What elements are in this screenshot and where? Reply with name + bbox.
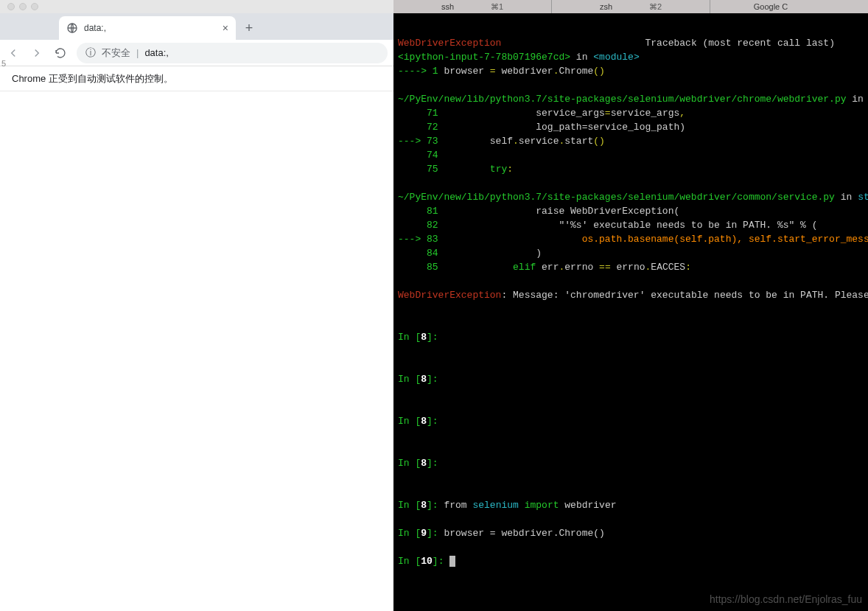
chrome-window: data:, × + ⓘ 不安全 | data:, Chrome 正受到自动测试… <box>0 0 393 611</box>
ipython-prompt: In [8]: <box>398 416 438 427</box>
terminal-body[interactable]: WebDriverException Traceback (most recen… <box>393 13 868 611</box>
ipython-prompt: In [8]: <box>398 374 438 385</box>
traceback-block: WebDriverException Traceback (most recen… <box>398 36 864 568</box>
omnibox-url: data:, <box>144 47 169 58</box>
browser-toolbar: ⓘ 不安全 | data:, <box>0 40 393 66</box>
info-icon[interactable]: ⓘ <box>85 46 96 60</box>
frame-path: ~/PyEnv/new/lib/python3.7/site-packages/… <box>398 94 847 105</box>
ipython-prompt: In [9]: <box>398 528 444 539</box>
terminal-tab-label: ssh <box>441 2 454 11</box>
ruler-mark: 5 <box>1 59 4 68</box>
terminal-tab-google[interactable]: Google C <box>710 0 868 13</box>
terminal-cursor <box>449 556 455 567</box>
tab-strip: data:, × + <box>0 13 393 40</box>
mac-titlebar <box>0 0 393 13</box>
ipython-prompt: In [10]: <box>398 556 449 567</box>
terminal-tab-ssh[interactable]: ssh ⌘1 <box>393 0 552 13</box>
insecure-label: 不安全 <box>102 46 130 60</box>
exc-name: WebDriverException <box>398 290 501 301</box>
forward-button[interactable] <box>29 46 44 60</box>
tab-title: data:, <box>84 23 217 33</box>
terminal-window: ssh ⌘1 zsh ⌘2 Google C WebDriverExceptio… <box>393 0 868 611</box>
terminal-tab-bar: ssh ⌘1 zsh ⌘2 Google C <box>393 0 868 13</box>
close-icon[interactable]: × <box>223 22 228 34</box>
omnibox-divider: | <box>136 47 139 58</box>
terminal-tab-label: Google C <box>754 2 788 11</box>
frame-path: ~/PyEnv/new/lib/python3.7/site-packages/… <box>398 192 835 203</box>
traffic-zoom[interactable] <box>31 3 38 10</box>
traffic-minimize[interactable] <box>19 3 27 10</box>
ipython-prompt: In [8]: <box>398 458 438 469</box>
ipython-prompt: In [8]: <box>398 500 444 511</box>
ipython-input-label: <ipython-input-7-78b07196e7cd> <box>398 52 570 63</box>
exc-name: WebDriverException <box>398 38 501 49</box>
watermark: https://blog.csdn.net/Enjolras_fuu <box>710 593 862 607</box>
terminal-tab-label: zsh <box>600 2 612 11</box>
automation-infobar: Chrome 正受到自动测试软件的控制。 <box>0 66 393 91</box>
ipython-prompt: In [8]: <box>398 332 438 343</box>
reload-button[interactable] <box>53 46 68 60</box>
terminal-tab-shortcut: ⌘2 <box>649 2 662 12</box>
back-button[interactable] <box>6 46 21 60</box>
browser-tab[interactable]: data:, × <box>59 16 236 40</box>
terminal-tab-zsh[interactable]: zsh ⌘2 <box>552 0 710 13</box>
new-tab-button[interactable]: + <box>239 18 259 38</box>
infobar-text: Chrome 正受到自动测试软件的控制。 <box>12 72 173 85</box>
terminal-tab-shortcut: ⌘1 <box>491 2 503 12</box>
exc-message: : Message: 'chromedriver' executable nee… <box>501 290 868 301</box>
globe-icon <box>66 22 78 34</box>
traffic-close[interactable] <box>7 3 15 10</box>
traceback-header: Traceback (most recent call last) <box>645 38 834 49</box>
page-content <box>0 91 393 611</box>
address-bar[interactable]: ⓘ 不安全 | data:, <box>77 43 388 63</box>
